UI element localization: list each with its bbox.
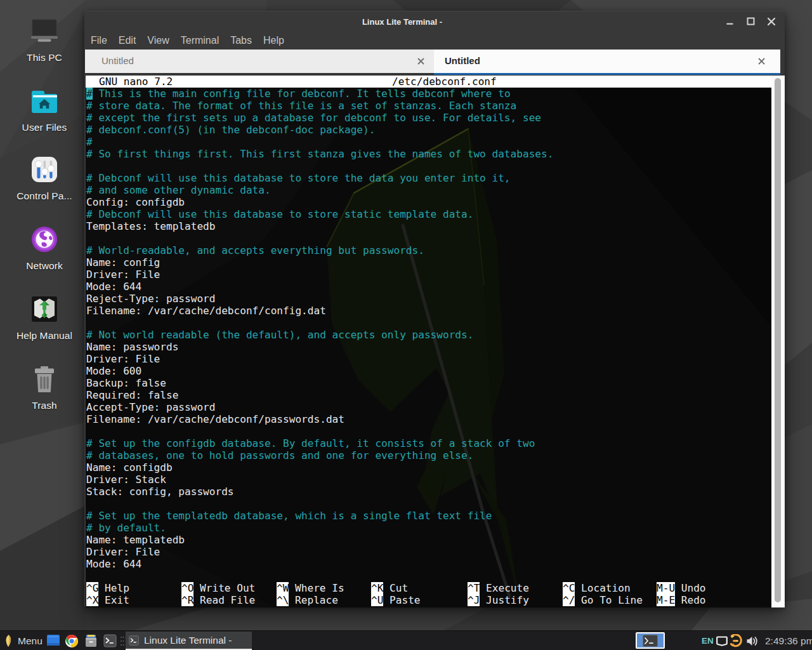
nano-shortcut: ^X Exit <box>86 594 129 606</box>
editor-line: # by default. <box>86 522 771 534</box>
editor-line: Accept-Type: password <box>86 401 771 413</box>
desktop-icon-label: Control Pa... <box>16 190 72 202</box>
file-manager-launcher[interactable] <box>84 631 98 650</box>
editor-line: # store data. The format of this file is… <box>86 100 771 112</box>
shortcut-label: Go To Line <box>575 594 643 606</box>
nano-shortcut: ^\ Replace <box>277 594 338 606</box>
editor-line: # World-readable, and accepts everything… <box>86 244 771 256</box>
shortcut-label: Location <box>575 582 630 594</box>
scrollbar-track[interactable] <box>771 76 785 607</box>
tab-close-icon[interactable] <box>757 56 766 66</box>
editor-line: Filename: /var/cache/debconf/config.dat <box>86 305 771 317</box>
minimize-button[interactable] <box>721 11 738 31</box>
editor-line: Name: templatedb <box>86 534 771 546</box>
menu-item-terminal[interactable]: Terminal <box>175 31 225 50</box>
menubar: FileEditViewTerminalTabsHelp <box>84 31 785 50</box>
tab-untitled-1[interactable]: Untitled <box>85 50 434 73</box>
maximize-button[interactable] <box>742 11 759 31</box>
nano-shortcut-row-1: ^G Help^O Write Out^W Where Is^K Cut^T E… <box>86 582 771 594</box>
editor-line <box>86 425 771 437</box>
editor-line: Stack: config, passwords <box>86 486 771 498</box>
nano-shortcut: ^/ Go To Line <box>563 594 643 606</box>
shortcut-key: ^X <box>86 594 98 606</box>
editor-line: # databases, one to hold passwords and o… <box>86 449 771 461</box>
display-tray-icon[interactable] <box>716 631 728 650</box>
editor-line: Mode: 644 <box>86 558 771 570</box>
desktop-icon-trash[interactable]: Trash <box>10 366 79 411</box>
editor-line <box>86 160 771 172</box>
shortcut-label: Execute <box>480 582 529 594</box>
refresh-circle-icon <box>729 634 742 647</box>
shortcut-key: ^W <box>277 582 289 594</box>
desktop-icon-label: Trash <box>32 400 57 411</box>
menu-item-help[interactable]: Help <box>258 31 290 50</box>
shortcut-key: ^R <box>181 594 193 606</box>
task-button-terminal[interactable]: Linux Lite Terminal - <box>126 632 252 650</box>
nano-shortcut: ^K Cut <box>371 582 408 594</box>
desktop-icon-help-manual[interactable]: Help Manual <box>10 296 79 342</box>
editor-line: # Set up the templatedb database, which … <box>86 510 771 522</box>
terminal-icon <box>103 634 117 647</box>
nano-shortcut: ^U Paste <box>371 594 421 606</box>
nano-shortcut: M-U Undo <box>657 582 706 594</box>
desktop-icon-network[interactable]: Network <box>10 226 79 272</box>
editor-line: Mode: 600 <box>86 365 771 377</box>
terminal-viewport[interactable]: GNU nano 7.2 /etc/debconf.conf # This is… <box>84 76 785 607</box>
chrome-launcher[interactable] <box>65 631 79 650</box>
nano-editor[interactable]: GNU nano 7.2 /etc/debconf.conf # This is… <box>86 76 771 607</box>
editor-line: Reject-Type: password <box>86 293 771 305</box>
text-cursor: # <box>86 88 93 100</box>
menu-item-view[interactable]: View <box>141 31 174 50</box>
editor-line: Name: config <box>86 256 771 269</box>
shortcut-label: Exit <box>98 594 129 606</box>
user-files-folder-icon <box>30 88 58 114</box>
menu-item-tabs[interactable]: Tabs <box>225 31 258 50</box>
editor-line: Driver: Stack <box>86 474 771 486</box>
shortcut-label: Replace <box>289 594 338 606</box>
editor-line: Config: configdb <box>86 196 771 208</box>
nano-titlebar: GNU nano 7.2 /etc/debconf.conf <box>86 76 771 88</box>
tray-terminal-indicator[interactable] <box>636 632 665 649</box>
panel-separator-handle[interactable] <box>120 631 124 650</box>
menu-button[interactable]: Menu <box>4 631 43 650</box>
menu-item-edit[interactable]: Edit <box>113 31 142 50</box>
tab-close-icon[interactable] <box>416 56 426 66</box>
nano-shortcut: ^C Location <box>563 582 631 594</box>
editor-line: Driver: File <box>86 353 771 365</box>
help-manual-icon <box>30 296 58 322</box>
show-desktop-launcher[interactable] <box>46 631 60 650</box>
file-content: # This is the main config file for debco… <box>86 88 771 582</box>
scrollbar-thumb[interactable] <box>775 78 781 602</box>
handle-dots-icon <box>120 635 124 647</box>
desktop-icon-user-files[interactable]: User Files <box>10 88 79 133</box>
desktop-icon-control-panel[interactable]: Control Pa... <box>10 156 79 202</box>
shortcut-key: ^T <box>468 582 480 594</box>
editor-line: Name: configdb <box>86 461 771 474</box>
desktop-icon-this-pc[interactable]: This PC <box>10 18 79 63</box>
update-notifier-icon[interactable] <box>729 631 742 650</box>
volume-icon[interactable] <box>746 631 758 650</box>
menu-button-label: Menu <box>18 635 43 647</box>
nano-shortcut: ^O Write Out <box>181 582 255 594</box>
chrome-icon <box>65 634 79 648</box>
shortcut-key: M-E <box>657 594 675 606</box>
tab-untitled-2[interactable]: Untitled <box>434 50 780 75</box>
network-globe-icon <box>30 226 58 253</box>
keyboard-layout-indicator[interactable]: EN <box>702 631 714 650</box>
close-button[interactable] <box>763 11 780 31</box>
terminal-launcher[interactable] <box>103 631 117 650</box>
linux-lite-logo-icon <box>4 634 13 647</box>
shortcut-label: Cut <box>383 582 408 594</box>
menu-item-file[interactable]: File <box>85 31 113 50</box>
desktop-icon <box>46 634 60 647</box>
maximize-icon <box>747 17 755 25</box>
control-panel-icon <box>30 156 58 183</box>
nano-filename: /etc/debconf.conf <box>392 76 497 88</box>
window-titlebar[interactable]: Linux Lite Terminal - <box>84 11 785 31</box>
clock[interactable]: 2:49:36 pm <box>765 631 812 650</box>
file-cabinet-icon <box>84 634 98 647</box>
shortcut-key: ^C <box>563 582 575 594</box>
close-icon <box>767 17 776 26</box>
shortcut-key: ^J <box>468 594 480 606</box>
editor-line: # Debconf will use this database to stor… <box>86 172 771 184</box>
